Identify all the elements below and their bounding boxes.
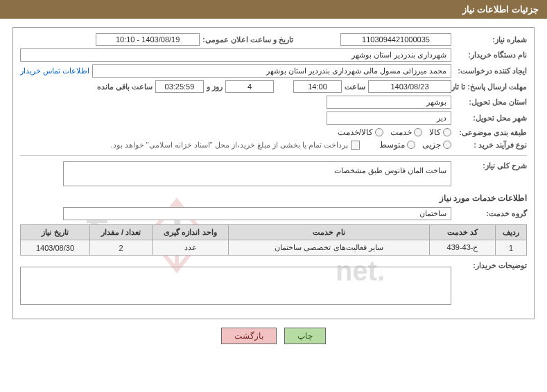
checkbox-treasury[interactable] xyxy=(351,141,360,150)
field-deadline-hour: 14:00 xyxy=(293,80,342,93)
field-requester: محمد میرزائی مسول مالی شهرداری بندردیر ا… xyxy=(92,64,451,78)
row-deadline: مهلت ارسال پاسخ: تا تاریخ: 1403/08/23 سا… xyxy=(20,80,527,93)
field-buyer-org: شهرداری بندردیر استان بوشهر xyxy=(20,48,451,62)
radio-minor[interactable]: جزیی xyxy=(422,140,451,150)
label-deadline: مهلت ارسال پاسخ: تا تاریخ: xyxy=(454,82,527,91)
radio-service[interactable]: خدمت xyxy=(390,127,422,137)
label-announce-date: تاریخ و ساعت اعلان عمومی: xyxy=(202,35,293,44)
page-title: جزئیات اطلاعات نیاز xyxy=(462,4,539,15)
field-remaining-days: 4 xyxy=(225,80,274,93)
field-need-desc: ساخت المان فانوس طبق مشخصات xyxy=(63,161,451,186)
table-row: 1 ح-43-439 سایر فعالیت‌های تخصصی ساختمان… xyxy=(21,240,527,256)
label-buyer-org: نام دستگاه خریدار: xyxy=(454,51,527,60)
th-name: نام خدمت xyxy=(229,225,430,240)
td-name: سایر فعالیت‌های تخصصی ساختمان xyxy=(229,240,430,256)
label-proc-type: نوع فرآیند خرید : xyxy=(454,141,527,150)
radio-dot-icon xyxy=(443,128,451,136)
print-button[interactable]: چاپ xyxy=(284,328,326,344)
field-service-group: ساختمان xyxy=(63,207,451,220)
td-row: 1 xyxy=(496,240,527,256)
radio-goods[interactable]: کالا xyxy=(429,127,451,137)
back-button[interactable]: بازگشت xyxy=(221,328,277,344)
label-requester: ایجاد کننده درخواست: xyxy=(454,66,527,75)
label-delivery-city: شهر محل تحویل: xyxy=(454,114,527,123)
radio-dot-icon xyxy=(407,141,415,149)
field-announce-date: 1403/08/19 - 10:10 xyxy=(96,33,200,46)
treasury-note: پرداخت تمام یا بخشی از مبلغ خرید،از محل … xyxy=(110,141,348,150)
row-buyer-notes: توضیحات خریدار: xyxy=(20,261,527,310)
label-category: طبقه بندی موضوعی: xyxy=(454,128,527,137)
row-buyer-org: نام دستگاه خریدار: شهرداری بندردیر استان… xyxy=(20,48,527,62)
td-qty: 2 xyxy=(90,240,153,256)
radio-dot-icon xyxy=(414,128,422,136)
radio-goods-label: کالا xyxy=(429,127,441,137)
form-container: AriaTender .net شماره نیاز: 110309442100… xyxy=(12,27,535,319)
radio-dot-icon xyxy=(375,128,383,136)
th-row: ردیف xyxy=(496,225,527,240)
radio-medium-label: متوسط xyxy=(379,140,405,150)
label-need-no: شماره نیاز: xyxy=(454,35,527,44)
row-need-number: شماره نیاز: 1103094421000035 تاریخ و ساع… xyxy=(20,33,527,46)
row-delivery-city: شهر محل تحویل: دیر xyxy=(20,112,527,125)
label-service-group: گروه خدمت: xyxy=(454,209,527,218)
radio-goods-service[interactable]: کالا/خدمت xyxy=(338,127,383,137)
section-service-info: اطلاعات خدمات مورد نیاز xyxy=(20,193,527,203)
field-deadline-date: 1403/08/23 xyxy=(368,80,451,93)
th-need-date: تاریخ نیاز xyxy=(21,225,90,240)
row-requester: ایجاد کننده درخواست: محمد میرزائی مسول م… xyxy=(20,64,527,78)
th-code: کد خدمت xyxy=(430,225,496,240)
label-delivery-province: استان محل تحویل: xyxy=(454,98,527,107)
field-buyer-notes xyxy=(20,267,451,305)
th-qty: تعداد / مقدار xyxy=(90,225,153,240)
field-remaining-time: 03:25:59 xyxy=(155,80,204,93)
separator xyxy=(20,155,527,156)
row-service-group: گروه خدمت: ساختمان xyxy=(20,207,527,220)
radio-medium[interactable]: متوسط xyxy=(379,140,415,150)
link-buyer-contact[interactable]: اطلاعات تماس خریدار xyxy=(20,66,89,75)
radio-minor-label: جزیی xyxy=(422,140,441,150)
label-buyer-notes: توضیحات خریدار: xyxy=(454,261,527,270)
radio-group-proc: جزیی متوسط xyxy=(379,140,451,150)
label-hour: ساعت xyxy=(345,82,365,91)
radio-service-label: خدمت xyxy=(390,127,412,137)
radio-goods-service-label: کالا/خدمت xyxy=(338,127,373,137)
page-header: جزئیات اطلاعات نیاز xyxy=(0,0,547,19)
row-proc-type: نوع فرآیند خرید : جزیی متوسط پرداخت تمام… xyxy=(20,140,527,150)
table-header-row: ردیف کد خدمت نام خدمت واحد اندازه گیری ت… xyxy=(21,225,527,240)
radio-group-category: کالا خدمت کالا/خدمت xyxy=(338,127,451,137)
td-unit: عدد xyxy=(153,240,229,256)
row-need-desc: شرح کلی نیاز: ساخت المان فانوس طبق مشخصا… xyxy=(20,161,527,186)
buttons-row: چاپ بازگشت xyxy=(0,328,547,344)
label-need-desc: شرح کلی نیاز: xyxy=(454,161,527,170)
field-delivery-province: بوشهر xyxy=(327,96,451,109)
td-need-date: 1403/08/30 xyxy=(21,240,90,256)
th-unit: واحد اندازه گیری xyxy=(153,225,229,240)
field-need-no: 1103094421000035 xyxy=(340,33,451,46)
services-table: ردیف کد خدمت نام خدمت واحد اندازه گیری ت… xyxy=(20,224,527,256)
label-days-and: روز و xyxy=(207,82,223,91)
label-remaining: ساعت باقی مانده xyxy=(97,82,153,91)
td-code: ح-43-439 xyxy=(430,240,496,256)
radio-dot-icon xyxy=(443,141,451,149)
field-delivery-city: دیر xyxy=(327,112,451,125)
row-category: طبقه بندی موضوعی: کالا خدمت کالا/خدمت xyxy=(20,127,527,137)
row-delivery-province: استان محل تحویل: بوشهر xyxy=(20,96,527,109)
